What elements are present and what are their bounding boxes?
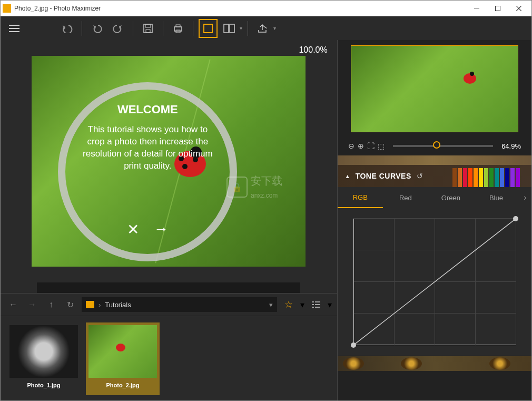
thumbnail-label: Photo_1.jpg: [27, 382, 61, 392]
canvas-area: 100.0% WELCOME This tutorial shows you h…: [1, 40, 337, 282]
tutorial-heading: WELCOME: [117, 103, 178, 116]
svg-rect-4: [146, 30, 150, 33]
tutorial-overlay: WELCOME This tutorial shows you how to c…: [58, 82, 237, 261]
fit-screen-icon[interactable]: ⛶: [367, 142, 375, 150]
actual-size-icon[interactable]: ⬚: [378, 142, 385, 150]
view-options-dropdown-icon[interactable]: ▾: [328, 300, 332, 310]
split-view-button[interactable]: [220, 19, 239, 38]
tutorial-body: This tutorial shows you how to crop a ph…: [81, 124, 214, 172]
preview-zoom-controls: ⊖ ⊕ ⛶ ⬚ 64.9%: [338, 136, 531, 155]
curve-tabs: RGB Red Green Blue ›: [338, 187, 531, 208]
minimize-button[interactable]: [466, 1, 487, 16]
redo-button[interactable]: [109, 19, 127, 38]
tone-curves-section: ▲ TONE CURVES ↺ RGB Red Green Blue: [338, 165, 531, 356]
curve-point-start[interactable]: [351, 343, 356, 348]
svg-rect-2: [144, 24, 152, 33]
nav-refresh-button[interactable]: ↻: [63, 297, 77, 312]
properties-panel: ⊖ ⊕ ⛶ ⬚ 64.9% ▲ TONE CURVES ↺: [337, 40, 531, 401]
undo-all-button[interactable]: [57, 19, 76, 38]
main-toolbar: ▾ ▾: [1, 16, 531, 40]
svg-line-11: [353, 219, 516, 345]
window-title: Photo_2.jpg - Photo Maximizer: [14, 5, 466, 12]
panel-title: TONE CURVES: [356, 172, 411, 180]
preview-thumbnail[interactable]: [351, 45, 518, 132]
thumbnail-label: Photo_2.jpg: [106, 382, 140, 392]
main-photo[interactable]: WELCOME This tutorial shows you how to c…: [32, 56, 306, 267]
app-icon: [3, 4, 11, 13]
svg-rect-9: [224, 24, 229, 33]
single-view-button[interactable]: [199, 19, 218, 38]
favorites-button[interactable]: ☆: [281, 297, 296, 312]
reset-icon[interactable]: ↺: [417, 172, 423, 180]
nav-up-button[interactable]: ↑: [44, 297, 58, 312]
thumbnail-item[interactable]: Photo_2.jpg: [86, 322, 160, 395]
svg-rect-1: [496, 6, 500, 11]
thumbnail-item[interactable]: Photo_1.jpg: [7, 322, 81, 395]
svg-rect-8: [204, 24, 212, 33]
nav-forward-button[interactable]: →: [25, 297, 40, 312]
share-dropdown-icon[interactable]: ▾: [273, 25, 276, 31]
nav-back-button[interactable]: ←: [6, 297, 21, 312]
zoom-in-icon[interactable]: ⊕: [358, 142, 364, 150]
zoom-out-icon[interactable]: ⊖: [348, 142, 354, 150]
curve-editor[interactable]: [338, 208, 531, 356]
path-label: Tutorials: [105, 301, 131, 309]
file-browser-nav: ← → ↑ ↻ › Tutorials ▾ ☆ ▾ ▾: [1, 293, 337, 316]
editor-panel: 100.0% WELCOME This tutorial shows you h…: [1, 40, 337, 401]
print-button[interactable]: [169, 19, 188, 38]
share-button[interactable]: [253, 19, 272, 38]
svg-rect-10: [230, 24, 234, 33]
tone-curves-header[interactable]: ▲ TONE CURVES ↺: [338, 165, 531, 187]
curve-point-end[interactable]: [513, 216, 518, 221]
close-button[interactable]: [508, 1, 529, 16]
zoom-label: 100.0%: [299, 45, 327, 55]
view-dropdown-icon[interactable]: ▾: [240, 25, 242, 31]
menu-button[interactable]: [5, 19, 24, 38]
thumbnail-image: [88, 325, 157, 378]
thumbnail-image: [9, 325, 78, 378]
svg-rect-3: [145, 24, 151, 27]
path-selector[interactable]: › Tutorials ▾: [82, 297, 277, 312]
pencils-decoration: [452, 165, 531, 187]
tutorial-close-button[interactable]: ✕: [127, 221, 139, 238]
preview-zoom-label: 64.9%: [501, 142, 521, 150]
curve-line: [353, 219, 516, 345]
maximize-button[interactable]: [487, 1, 508, 16]
view-options-button[interactable]: [309, 297, 323, 312]
tutorial-next-button[interactable]: →: [154, 221, 169, 238]
tab-blue[interactable]: Blue: [474, 187, 519, 208]
svg-rect-0: [474, 8, 479, 8]
thumbnail-strip: Photo_1.jpg Photo_2.jpg: [1, 316, 337, 401]
save-button[interactable]: [139, 19, 157, 38]
favorites-dropdown-icon[interactable]: ▾: [300, 300, 304, 310]
svg-rect-5: [174, 27, 182, 31]
undo-button[interactable]: [87, 19, 106, 38]
tabs-next-icon[interactable]: ›: [519, 193, 531, 202]
collapse-icon: ▲: [345, 173, 350, 179]
tab-red[interactable]: Red: [383, 187, 428, 208]
tab-rgb[interactable]: RGB: [338, 187, 383, 208]
zoom-slider-handle[interactable]: [433, 141, 440, 149]
window-titlebar: Photo_2.jpg - Photo Maximizer: [1, 1, 531, 16]
sharpness-teaser[interactable]: [338, 356, 531, 371]
folder-icon: [86, 301, 94, 308]
zoom-slider[interactable]: [393, 145, 493, 147]
tab-green[interactable]: Green: [428, 187, 474, 208]
